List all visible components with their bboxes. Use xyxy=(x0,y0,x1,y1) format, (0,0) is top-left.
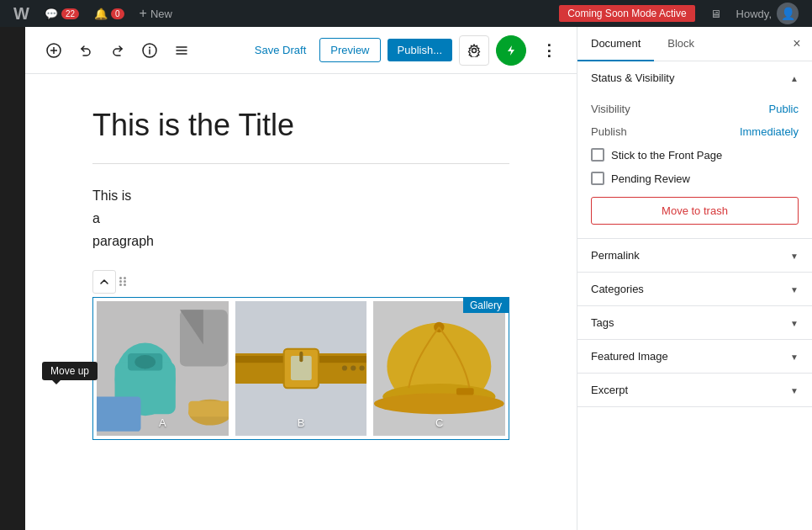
publish-button[interactable]: Publish... xyxy=(388,39,452,61)
tab-block[interactable]: Block xyxy=(654,27,708,61)
section-excerpt-header[interactable]: Excerpt xyxy=(577,374,812,406)
move-to-trash-button[interactable]: Move to trash xyxy=(591,197,799,225)
add-icon xyxy=(46,43,61,58)
pending-review-checkbox[interactable] xyxy=(591,172,604,185)
settings-button[interactable] xyxy=(459,35,489,66)
svg-point-27 xyxy=(351,365,356,370)
section-featured-image-title: Featured Image xyxy=(591,350,668,363)
title-divider xyxy=(92,163,509,164)
tab-document[interactable]: Document xyxy=(577,27,654,61)
cap-svg-c xyxy=(373,301,505,436)
close-sidebar-button[interactable]: × xyxy=(782,29,812,59)
gear-icon xyxy=(467,44,481,57)
gallery-label-b: B xyxy=(298,416,305,429)
plus-icon: + xyxy=(140,6,147,21)
comment-count: 22 xyxy=(61,8,79,19)
section-featured-image-header[interactable]: Featured Image xyxy=(577,340,812,373)
section-status-visibility-header[interactable]: Status & Visibility xyxy=(577,61,812,94)
more-options-button[interactable]: ⋮ xyxy=(533,35,563,66)
drag-dots-row2 xyxy=(119,280,126,283)
bubble-count: 0 xyxy=(111,8,124,19)
add-block-button[interactable] xyxy=(39,35,69,66)
gallery-image-c[interactable]: C xyxy=(373,301,505,436)
wp-logo-item[interactable]: W xyxy=(7,0,36,27)
info-button[interactable] xyxy=(134,35,165,66)
svg-point-28 xyxy=(359,365,364,370)
svg-point-5 xyxy=(149,46,150,48)
block-toolbar xyxy=(92,270,509,294)
section-categories-header[interactable]: Categories xyxy=(577,273,812,305)
publish-label: Publish xyxy=(591,125,627,138)
section-excerpt: Excerpt xyxy=(577,374,812,407)
section-categories-title: Categories xyxy=(591,283,644,295)
stick-front-label: Stick to the Front Page xyxy=(611,149,722,162)
undo-button[interactable] xyxy=(71,35,101,66)
section-permalink-title: Permalink xyxy=(591,249,640,262)
comments-item[interactable]: 💬 22 xyxy=(38,0,86,27)
svg-rect-25 xyxy=(299,351,303,361)
publish-value[interactable]: Immediately xyxy=(740,125,799,138)
gallery-tag: Gallery xyxy=(463,298,509,313)
admin-bar-right: Coming Soon Mode Active 🖥 Howdy, 👤 xyxy=(559,0,805,27)
move-up-button[interactable] xyxy=(92,270,116,294)
editor-toolbar: Save Draft Preview Publish... ⋮ xyxy=(25,27,577,74)
avatar: 👤 xyxy=(777,3,799,24)
featured-image-chevron-icon xyxy=(790,351,799,363)
paragraph-block[interactable]: This isaparagraph xyxy=(92,184,509,253)
admin-bar-left: W 💬 22 🔔 0 + New xyxy=(7,0,556,27)
visibility-row: Visibility Public xyxy=(591,98,799,120)
section-status-visibility-content: Visibility Public Publish Immediately St… xyxy=(577,94,812,238)
undo-icon xyxy=(78,43,93,58)
more-icon: ⋮ xyxy=(541,43,556,58)
preview-button[interactable]: Preview xyxy=(319,38,380,62)
editor-content[interactable]: Move up This is the Title This isaparagr… xyxy=(25,74,577,530)
toolbar-left xyxy=(39,35,197,66)
admin-bar: W 💬 22 🔔 0 + New Coming Soon Mode Active… xyxy=(0,0,812,27)
new-item[interactable]: + New xyxy=(133,0,179,27)
tags-chevron-icon xyxy=(790,317,799,329)
svg-point-26 xyxy=(342,365,347,370)
pending-review-row: Pending Review xyxy=(591,167,799,190)
gallery-image-b[interactable]: B xyxy=(235,301,367,436)
list-icon xyxy=(174,43,189,58)
drag-dots-row3 xyxy=(119,284,126,286)
drag-handle[interactable] xyxy=(119,277,126,286)
jetpack-button[interactable] xyxy=(496,35,526,66)
redo-icon xyxy=(110,43,125,58)
list-view-button[interactable] xyxy=(166,35,197,66)
visibility-label: Visibility xyxy=(591,103,630,115)
post-title[interactable]: This is the Title xyxy=(92,108,509,143)
section-permalink: Permalink xyxy=(577,239,812,273)
save-draft-button[interactable]: Save Draft xyxy=(248,40,313,60)
clothing-svg-a xyxy=(97,301,229,436)
section-tags: Tags xyxy=(577,306,812,340)
visibility-value[interactable]: Public xyxy=(769,103,799,115)
gallery-label-a: A xyxy=(159,416,166,429)
gallery-image-a[interactable]: A xyxy=(97,301,229,436)
move-up-tooltip: Move up xyxy=(42,362,98,380)
stick-front-checkbox[interactable] xyxy=(591,148,604,162)
close-icon: × xyxy=(793,36,800,51)
bubble-item[interactable]: 🔔 0 xyxy=(87,0,131,27)
section-tags-header[interactable]: Tags xyxy=(577,306,812,339)
section-featured-image: Featured Image xyxy=(577,340,812,374)
section-status-visibility: Status & Visibility Visibility Public Pu… xyxy=(577,61,812,239)
svg-rect-19 xyxy=(188,400,228,416)
section-categories: Categories xyxy=(577,273,812,306)
screen-preview-icon[interactable]: 🖥 xyxy=(704,0,728,27)
gallery-block-container: Gallery xyxy=(92,270,509,440)
move-up-tooltip-text: Move up xyxy=(50,365,89,377)
redo-button[interactable] xyxy=(103,35,133,66)
howdy-button[interactable]: Howdy, 👤 xyxy=(730,3,805,24)
svg-rect-34 xyxy=(456,388,474,395)
right-sidebar: Document Block × Status & Visibility Vis… xyxy=(577,27,812,530)
section-permalink-header[interactable]: Permalink xyxy=(577,239,812,272)
new-label: New xyxy=(150,8,172,20)
section-tags-title: Tags xyxy=(591,316,614,329)
permalink-chevron-icon xyxy=(790,250,799,262)
section-excerpt-title: Excerpt xyxy=(591,384,628,396)
left-sidebar xyxy=(0,27,25,530)
coming-soon-badge[interactable]: Coming Soon Mode Active xyxy=(559,5,694,22)
svg-point-14 xyxy=(134,355,156,369)
gallery-block[interactable]: Gallery xyxy=(92,297,509,440)
